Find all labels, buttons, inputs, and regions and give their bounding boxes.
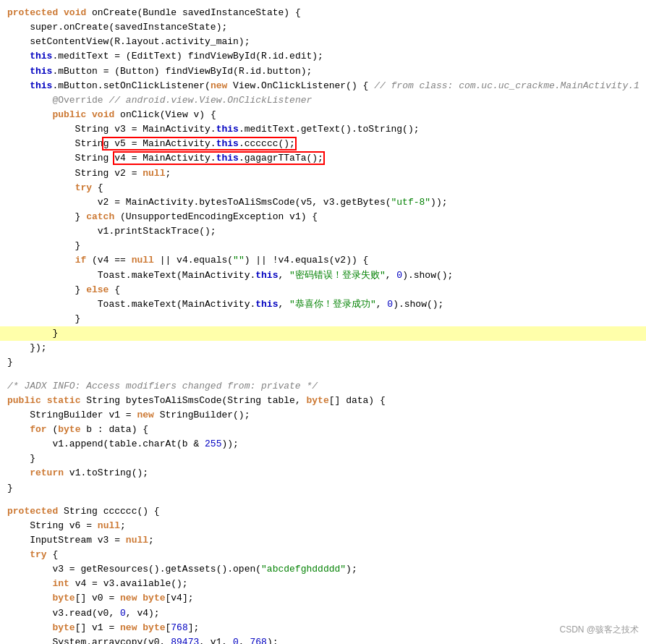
code-text: String v2 = null; <box>7 166 171 181</box>
code-line: public void onClick(View v) { <box>0 108 646 122</box>
code-line: if (v4 == null || v4.equals("") || !v4.e… <box>0 253 646 268</box>
code-line: v1.printStackTrace(); <box>0 224 646 239</box>
code-text: InputStream v3 = null; <box>7 533 154 548</box>
code-line: protected void onCreate(Bundle savedInst… <box>0 6 646 20</box>
code-line: try { <box>0 548 646 562</box>
code-line: /* JADX INFO: Access modifiers changed f… <box>0 379 646 394</box>
code-line: this.meditText = (EditText) findViewById… <box>0 49 646 64</box>
code-text: try { <box>7 548 58 562</box>
code-line: this.mButton.setOnClickListener(new View… <box>0 79 646 93</box>
code-text: public void onClick(View v) { <box>7 108 216 122</box>
code-line: } else { <box>0 283 646 297</box>
code-text: v1.printStackTrace(); <box>7 224 216 239</box>
code-text: } <box>7 326 58 341</box>
code-text: protected String cccccc() { <box>7 504 160 519</box>
code-text: this.mButton = (Button) findViewById(R.i… <box>7 64 312 79</box>
code-text: v1.append(table.charAt(b & 255)); <box>7 437 239 452</box>
code-text: return v1.toString(); <box>7 466 148 480</box>
code-text: }); <box>7 341 47 355</box>
code-text: } <box>7 481 13 496</box>
code-line: } <box>0 239 646 253</box>
code-line: String v3 = MainActivity.this.meditText.… <box>0 122 646 137</box>
code-text: int v4 = v3.available(); <box>7 577 188 591</box>
code-line: }); <box>0 341 646 355</box>
code-line: String v6 = null; <box>0 519 646 533</box>
code-text: } <box>7 452 35 466</box>
code-text: public static String bytesToAliSmsCode(S… <box>7 394 386 408</box>
code-line: return v1.toString(); <box>0 466 646 480</box>
code-line: for (byte b : data) { <box>0 423 646 437</box>
code-line-red-box-1: String v5 = MainActivity.this.cccccc(); <box>0 137 646 151</box>
code-line: InputStream v3 = null; <box>0 533 646 548</box>
code-line: @Override // android.view.View.OnClickLi… <box>0 93 646 108</box>
code-text: v3 = getResources().getAssets().open("ab… <box>7 562 357 577</box>
code-line: } <box>0 452 646 466</box>
code-viewer: protected void onCreate(Bundle savedInst… <box>0 0 646 644</box>
code-text: } <box>7 239 80 253</box>
code-text: try { <box>7 181 103 195</box>
code-text: } catch (UnsupportedEncodingException v1… <box>7 210 318 224</box>
code-line: v3 = getResources().getAssets().open("ab… <box>0 562 646 577</box>
code-line: try { <box>0 181 646 195</box>
code-line: this.mButton = (Button) findViewById(R.i… <box>0 64 646 79</box>
code-line: } <box>0 355 646 370</box>
code-line: byte[] v1 = new byte[768]; <box>0 621 646 635</box>
code-text: } <box>7 355 13 370</box>
code-text: } <box>7 312 80 326</box>
code-line: v2 = MainActivity.bytesToAliSmsCode(v5, … <box>0 195 646 210</box>
code-line: super.onCreate(savedInstanceState); <box>0 20 646 35</box>
code-text: String v5 = MainActivity.this.cccccc(); <box>7 137 295 151</box>
code-text: } else { <box>7 283 120 297</box>
code-text: Toast.makeText(MainActivity.this, "恭喜你！登… <box>7 297 443 312</box>
code-line: } <box>0 312 646 326</box>
code-text: @Override // android.view.View.OnClickLi… <box>7 93 312 108</box>
code-text: Toast.makeText(MainActivity.this, "密码错误！… <box>7 268 453 283</box>
code-line: v1.append(table.charAt(b & 255)); <box>0 437 646 452</box>
code-line: Toast.makeText(MainActivity.this, "恭喜你！登… <box>0 297 646 312</box>
code-line: } <box>0 481 646 496</box>
code-line: } catch (UnsupportedEncodingException v1… <box>0 210 646 224</box>
code-text: protected void onCreate(Bundle savedInst… <box>7 6 301 20</box>
code-text: this.mButton.setOnClickListener(new View… <box>7 79 639 93</box>
code-line: v3.read(v0, 0, v4); <box>0 606 646 621</box>
code-line-highlighted: } <box>0 326 646 341</box>
code-text: byte[] v0 = new byte[v4]; <box>7 591 194 606</box>
code-line: String v2 = null; <box>0 166 646 181</box>
code-text: String v6 = null; <box>7 519 126 533</box>
code-text: super.onCreate(savedInstanceState); <box>7 20 227 35</box>
code-text: setContentView(R.layout.activity_main); <box>7 35 250 49</box>
code-text: for (byte b : data) { <box>7 423 148 437</box>
code-line: protected String cccccc() { <box>0 504 646 519</box>
code-line: setContentView(R.layout.activity_main); <box>0 35 646 49</box>
code-line: public static String bytesToAliSmsCode(S… <box>0 394 646 408</box>
code-text: String v3 = MainActivity.this.meditText.… <box>7 122 420 137</box>
code-line-red-box-2: String v4 = MainActivity.this.gagagrTTaT… <box>0 151 646 166</box>
code-line: Toast.makeText(MainActivity.this, "密码错误！… <box>0 268 646 283</box>
code-text: this.meditText = (EditText) findViewById… <box>7 49 323 64</box>
code-text: v2 = MainActivity.bytesToAliSmsCode(v5, … <box>7 195 448 210</box>
code-text: System.arraycopy(v0, 89473, v1, 0, 768); <box>7 635 279 644</box>
code-line: byte[] v0 = new byte[v4]; <box>0 591 646 606</box>
code-text: String v4 = MainActivity.this.gagagrTTaT… <box>7 151 323 166</box>
code-line: StringBuilder v1 = new StringBuilder(); <box>0 408 646 423</box>
code-line: System.arraycopy(v0, 89473, v1, 0, 768); <box>0 635 646 644</box>
code-text: byte[] v1 = new byte[768]; <box>7 621 199 635</box>
code-line: int v4 = v3.available(); <box>0 577 646 591</box>
code-text: /* JADX INFO: Access modifiers changed f… <box>7 379 318 394</box>
code-text: if (v4 == null || v4.equals("") || !v4.e… <box>7 253 368 268</box>
watermark: CSDN @骇客之技术 <box>559 623 639 637</box>
code-text: StringBuilder v1 = new StringBuilder(); <box>7 408 250 423</box>
code-text: v3.read(v0, 0, v4); <box>7 606 160 621</box>
